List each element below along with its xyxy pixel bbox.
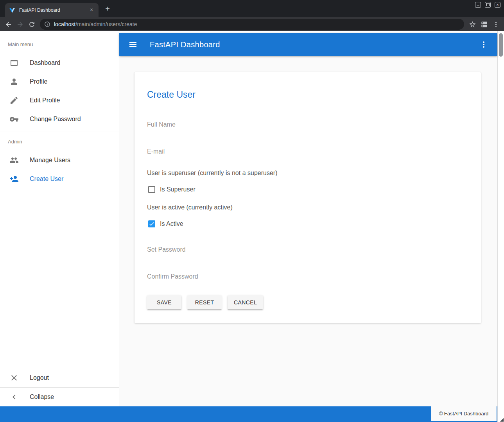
reload-button[interactable]: [26, 18, 38, 30]
scrollbar[interactable]: [497, 31, 504, 422]
sidebar-header-main-menu: Main menu: [0, 35, 119, 54]
active-hint-text: User is active (currently active): [147, 204, 468, 211]
pencil-icon: [9, 96, 19, 105]
page: Main menu Dashboard Profile Edit Profile…: [0, 31, 497, 422]
url-path: /main/admin/users/create: [75, 21, 137, 27]
tab-close-icon[interactable]: ×: [88, 7, 95, 13]
sidebar-item-change-password[interactable]: Change Password: [0, 110, 119, 129]
window-close-button[interactable]: ×: [495, 2, 500, 8]
tab-title: FastAPI Dashboard: [19, 7, 88, 13]
window-maximize-button[interactable]: [485, 2, 491, 8]
sidebar-item-profile[interactable]: Profile: [0, 72, 119, 91]
superuser-checkbox-label[interactable]: Is Superuser: [160, 186, 196, 193]
url-host: localhost: [54, 21, 75, 27]
active-checkbox[interactable]: [148, 220, 155, 227]
back-arrow-icon: [5, 21, 12, 28]
person-add-icon: [9, 174, 19, 184]
copyright-text: © FastAPI Dashboard: [431, 406, 497, 421]
star-icon: [469, 21, 476, 28]
set-password-field: [147, 246, 468, 258]
site-info-icon[interactable]: [44, 21, 50, 27]
forward-arrow-icon: [16, 21, 24, 28]
window-minimize-button[interactable]: –: [475, 2, 481, 8]
browser-extra-button[interactable]: [478, 18, 490, 30]
confirm-password-field: [147, 273, 468, 285]
full-name-field: [147, 121, 468, 133]
sidebar-item-edit-profile[interactable]: Edit Profile: [0, 91, 119, 110]
new-tab-button[interactable]: +: [103, 5, 112, 13]
database-stack-icon: [481, 21, 488, 28]
active-checkbox-label[interactable]: Is Active: [160, 220, 183, 227]
save-button[interactable]: SAVE: [147, 295, 181, 309]
sidebar-item-dashboard[interactable]: Dashboard: [0, 54, 119, 72]
full-name-input[interactable]: [147, 121, 468, 133]
back-button[interactable]: [2, 18, 14, 30]
sidebar-item-create-user[interactable]: Create User: [0, 170, 119, 188]
form-actions: SAVE RESET CANCEL: [147, 295, 468, 309]
set-password-input[interactable]: [147, 246, 468, 258]
sidebar-item-label: Change Password: [30, 116, 81, 123]
page-title: Create User: [147, 89, 468, 100]
chevron-left-icon: [9, 392, 19, 402]
sidebar-item-label: Manage Users: [30, 157, 70, 164]
hamburger-menu-icon: [128, 40, 138, 49]
address-bar[interactable]: localhost/main/admin/users/create: [40, 19, 464, 30]
appbar-menu-button[interactable]: [479, 39, 489, 50]
vuetify-logo-icon: [9, 7, 15, 13]
resize-grip-icon: [500, 418, 504, 422]
nav-drawer-toggle-button[interactable]: [128, 39, 138, 50]
sidebar-item-label: Dashboard: [30, 59, 60, 66]
email-field: [147, 148, 468, 160]
create-user-card: Create User User is superuser (currently…: [135, 72, 481, 323]
sidebar-item-label: Edit Profile: [30, 97, 60, 104]
sidebar-item-label: Create User: [30, 175, 63, 182]
sidebar-item-label: Logout: [30, 374, 49, 381]
email-input[interactable]: [147, 148, 468, 160]
person-icon: [9, 77, 19, 86]
content-area: Create User User is superuser (currently…: [119, 56, 497, 406]
sidebar-header-admin: Admin: [0, 132, 119, 151]
main-area: FastAPI Dashboard Create User User is su…: [119, 31, 497, 406]
close-x-icon: [9, 373, 19, 383]
sidebar-item-manage-users[interactable]: Manage Users: [0, 151, 119, 170]
appbar-title: FastAPI Dashboard: [150, 40, 220, 49]
sidebar-item-collapse[interactable]: Collapse: [0, 388, 119, 406]
sidebar-bottom: Logout Collapse: [0, 368, 119, 406]
confirm-password-input[interactable]: [147, 273, 468, 285]
people-icon: [9, 156, 19, 165]
sidebar: Main menu Dashboard Profile Edit Profile…: [0, 31, 119, 406]
superuser-hint-text: User is superuser (currently is not a su…: [147, 170, 468, 177]
app-bar: FastAPI Dashboard: [119, 33, 497, 56]
browser-window: FastAPI Dashboard × + – × localhost/main…: [0, 0, 504, 422]
dashboard-icon: [9, 58, 19, 68]
browser-tab[interactable]: FastAPI Dashboard ×: [5, 3, 99, 17]
cancel-button[interactable]: CANCEL: [228, 295, 263, 309]
sidebar-item-label: Profile: [30, 78, 47, 85]
bookmark-button[interactable]: [466, 18, 478, 30]
active-checkbox-row: Is Active: [147, 220, 468, 227]
superuser-checkbox[interactable]: [148, 186, 155, 193]
footer: © FastAPI Dashboard: [0, 406, 497, 422]
browser-toolbar: localhost/main/admin/users/create: [0, 17, 504, 31]
reset-button[interactable]: RESET: [187, 295, 222, 309]
check-icon: [149, 221, 155, 227]
scrollbar-thumb[interactable]: [499, 33, 503, 57]
maximize-icon: [486, 3, 490, 6]
superuser-checkbox-row: Is Superuser: [147, 186, 468, 193]
sidebar-item-logout[interactable]: Logout: [0, 368, 119, 387]
key-icon: [9, 114, 19, 124]
reload-icon: [28, 21, 36, 28]
forward-button[interactable]: [14, 18, 26, 30]
kebab-menu-icon: [479, 40, 488, 49]
browser-menu-button[interactable]: [490, 18, 502, 30]
kebab-menu-icon: [492, 21, 500, 28]
sidebar-item-label: Collapse: [30, 393, 54, 401]
browser-titlebar: FastAPI Dashboard × + – ×: [0, 0, 504, 17]
window-controls: – ×: [475, 2, 500, 8]
